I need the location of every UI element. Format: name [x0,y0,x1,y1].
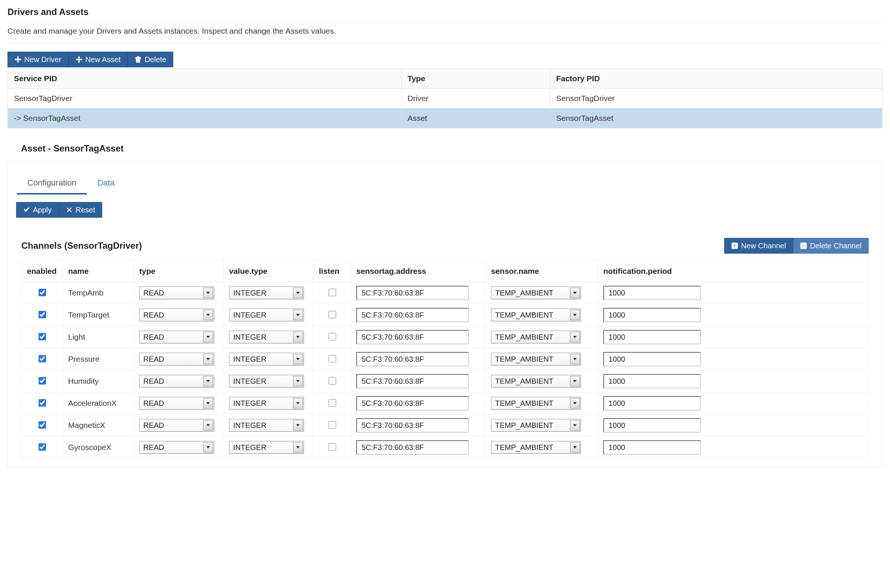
channel-type-select[interactable]: READ [139,286,214,299]
channel-type-select[interactable]: READ [139,375,214,387]
col-type: Type [401,69,550,88]
channel-period-input[interactable] [603,440,701,454]
channel-type-value: READ [143,377,164,386]
new-driver-button[interactable]: New Driver [8,52,69,68]
dropdown-arrow-icon [203,442,213,453]
dropdown-arrow-icon [293,288,303,298]
channel-row: HumidityREADINTEGERTEMP_AMBIENT [22,370,869,392]
channel-enabled-checkbox[interactable] [39,421,46,429]
tab-data[interactable]: Data [87,172,125,195]
channel-listen-checkbox[interactable] [329,377,336,384]
channel-type-value: READ [143,333,164,342]
channel-listen-checkbox[interactable] [329,421,336,429]
channel-valuetype-value: INTEGER [233,311,266,320]
channel-type-value: READ [143,311,164,320]
channel-listen-checkbox[interactable] [329,443,336,451]
config-actions: Apply Reset [8,195,882,228]
channel-sensorname-value: TEMP_AMBIENT [495,289,553,297]
channel-listen-checkbox[interactable] [329,355,336,363]
tab-configuration[interactable]: Configuration [17,172,87,195]
channel-listen-checkbox[interactable] [329,399,336,406]
channel-sensorname-select[interactable]: TEMP_AMBIENT [491,309,581,321]
channel-valuetype-select[interactable]: INTEGER [229,309,304,321]
dropdown-arrow-icon [293,376,303,386]
dropdown-arrow-icon [570,398,580,408]
dropdown-arrow-icon [570,442,580,453]
plus-icon [75,56,82,63]
channel-valuetype-select[interactable]: INTEGER [229,375,304,387]
channel-valuetype-select[interactable]: INTEGER [229,397,304,410]
channel-valuetype-value: INTEGER [233,289,266,297]
channel-sensorname-value: TEMP_AMBIENT [495,311,553,320]
x-icon [66,207,73,213]
channel-type-select[interactable]: READ [139,419,214,432]
instance-cell-type: Driver [401,88,550,108]
channel-sensorname-select[interactable]: TEMP_AMBIENT [491,419,581,432]
channel-period-input[interactable] [603,286,701,300]
channel-sensorname-select[interactable]: TEMP_AMBIENT [491,375,581,387]
channel-period-input[interactable] [603,418,701,432]
instance-row[interactable]: SensorTagDriverDriverSensorTagDriver [8,88,882,108]
channel-type-select[interactable]: READ [139,331,214,344]
delete-button[interactable]: Delete [128,52,173,68]
channel-actions: New Channel Delete Channel [724,238,869,254]
dropdown-arrow-icon [570,420,580,430]
channel-enabled-checkbox[interactable] [39,355,46,363]
channel-sensorname-select[interactable]: TEMP_AMBIENT [491,441,581,454]
channel-enabled-checkbox[interactable] [39,289,46,296]
channel-valuetype-select[interactable]: INTEGER [229,353,304,366]
channel-address-input[interactable] [356,418,469,432]
channel-address-input[interactable] [356,396,469,410]
new-channel-button[interactable]: New Channel [724,238,793,254]
new-asset-button[interactable]: New Asset [69,52,128,68]
channel-address-input[interactable] [356,352,469,366]
channel-type-select[interactable]: READ [139,441,214,454]
channel-sensorname-select[interactable]: TEMP_AMBIENT [491,353,581,366]
channel-period-input[interactable] [603,396,701,410]
channel-name: Humidity [63,370,134,392]
channel-enabled-checkbox[interactable] [39,443,46,451]
channel-enabled-checkbox[interactable] [39,311,46,318]
channel-address-input[interactable] [356,330,469,344]
ch-col-listen: listen [314,261,351,282]
channel-listen-checkbox[interactable] [329,311,336,318]
channel-enabled-checkbox[interactable] [39,333,46,340]
channel-period-input[interactable] [603,330,701,344]
channel-name: Pressure [63,348,134,370]
channel-sensorname-select[interactable]: TEMP_AMBIENT [491,397,581,410]
asset-title: Asset - SensorTagAsset [21,143,882,154]
apply-button[interactable]: Apply [16,202,59,218]
channel-name: AccelerationX [63,392,134,414]
channel-type-select[interactable]: READ [139,353,214,366]
channel-sensorname-select[interactable]: TEMP_AMBIENT [491,286,581,299]
channel-period-input[interactable] [603,352,701,366]
instance-toolbar: New Driver New Asset Delete [8,52,173,68]
reset-button[interactable]: Reset [59,202,102,218]
channel-valuetype-value: INTEGER [233,377,266,386]
channel-address-input[interactable] [356,374,469,388]
dropdown-arrow-icon [203,354,213,364]
ch-col-sensorname: sensor.name [486,261,598,282]
channel-type-select[interactable]: READ [139,309,214,321]
channel-valuetype-select[interactable]: INTEGER [229,331,304,344]
channel-address-input[interactable] [356,286,469,300]
dropdown-arrow-icon [203,288,213,298]
delete-channel-button[interactable]: Delete Channel [793,238,869,254]
channel-valuetype-select[interactable]: INTEGER [229,419,304,432]
channel-valuetype-select[interactable]: INTEGER [229,286,304,299]
channel-listen-checkbox[interactable] [329,289,336,296]
instance-row[interactable]: -> SensorTagAssetAssetSensorTagAsset [8,108,882,128]
channel-name: TempTarget [63,304,134,326]
channel-listen-checkbox[interactable] [329,333,336,340]
channel-enabled-checkbox[interactable] [39,377,46,384]
channel-address-input[interactable] [356,440,469,454]
dropdown-arrow-icon [203,376,213,386]
channel-period-input[interactable] [603,308,701,322]
channel-type-select[interactable]: READ [139,397,214,410]
channel-period-input[interactable] [603,374,701,388]
channel-valuetype-select[interactable]: INTEGER [229,441,304,454]
plus-square-icon [731,242,738,249]
channel-address-input[interactable] [356,308,469,322]
channel-sensorname-select[interactable]: TEMP_AMBIENT [491,331,581,344]
channel-enabled-checkbox[interactable] [39,399,46,406]
